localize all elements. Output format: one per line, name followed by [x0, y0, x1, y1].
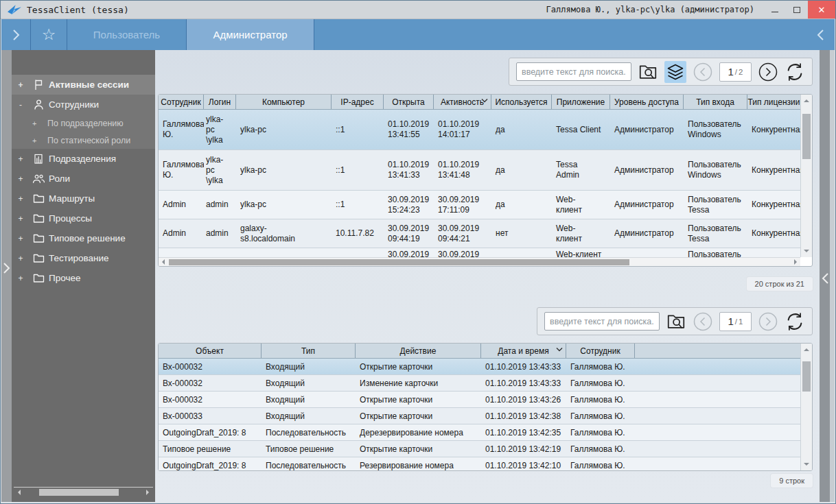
refresh-button[interactable]	[785, 311, 805, 332]
sidebar-item-processes[interactable]: +Процессы	[12, 208, 155, 228]
table-cell: galaxy- s8.localdomain	[236, 219, 332, 248]
prev-page-button[interactable]	[693, 311, 713, 332]
tab-administrator[interactable]: Администратор	[187, 19, 314, 50]
column-header[interactable]: Тип лицензии	[747, 95, 800, 109]
column-header[interactable]: Тип входа	[684, 95, 747, 109]
sidebar-item-active-sessions[interactable]: +Активные сессии	[12, 75, 155, 95]
scrollbar-thumb[interactable]	[169, 259, 629, 265]
minimize-button[interactable]	[764, 1, 786, 19]
prev-page-button[interactable]	[693, 62, 713, 82]
table-cell: 10.11.7.82	[332, 219, 384, 248]
table-row[interactable]: Галлямова Ю.ylka- pc \ylkaylka-pc::101.1…	[159, 110, 800, 150]
sidebar-item-departments[interactable]: +Подразделения	[12, 149, 155, 169]
sessions-search-input[interactable]	[516, 62, 631, 81]
column-header[interactable]: IP-адрес	[332, 95, 384, 109]
table-cell: 30.09.2019 17:11:09	[434, 191, 491, 219]
maximize-icon	[793, 7, 800, 13]
scroll-right-icon[interactable]	[142, 490, 153, 495]
next-page-button[interactable]	[758, 62, 778, 82]
sidebar-horizontal-scrollbar[interactable]	[14, 487, 153, 496]
table-row[interactable]: Галлямова Ю.ylka- pc \ylkaylka-pc::101.1…	[159, 150, 800, 191]
title-bar: TessaClient (tessa) Галлямова Ю., ylka-p…	[1, 1, 835, 19]
column-header[interactable]: Компьютер	[236, 95, 332, 109]
scrollbar-thumb[interactable]	[802, 361, 811, 392]
close-button[interactable]: ✕	[808, 1, 835, 19]
expander-icon[interactable]: +	[32, 119, 47, 128]
scrollbar-thumb[interactable]	[802, 114, 811, 159]
expander-icon[interactable]: -	[12, 100, 30, 110]
table-row[interactable]: Adminadminylka-pc::130.09.2019 15:24:233…	[159, 191, 800, 219]
table-cell: ::1	[332, 191, 384, 219]
scroll-left-icon[interactable]	[159, 259, 168, 265]
sidebar-item-roles[interactable]: +Роли	[12, 169, 155, 189]
scroll-up-icon[interactable]	[801, 345, 812, 355]
scrollbar-thumb[interactable]	[39, 489, 119, 496]
table-row[interactable]: OutgoingDraft_2019: 8ПоследовательностьР…	[159, 457, 800, 470]
table-row[interactable]: Вх-000032ВходящийИзменение карточки01.10…	[159, 375, 800, 392]
column-header[interactable]: Сотрудник	[566, 344, 635, 358]
table-row[interactable]: OutgoingDraft_2019: 8ПоследовательностьД…	[159, 424, 800, 441]
nav-expand-button[interactable]	[1, 19, 31, 50]
table-cell: Галлямова Ю.	[566, 392, 635, 407]
tessa-logo-icon	[8, 3, 21, 16]
column-header[interactable]	[635, 344, 800, 358]
sessions-vertical-scrollbar[interactable]	[800, 95, 812, 257]
maximize-button[interactable]	[786, 1, 808, 19]
scroll-down-icon[interactable]	[801, 459, 812, 469]
sidebar-item-employees[interactable]: -Сотрудники	[12, 95, 155, 115]
table-row[interactable]: Adminadmingalaxy- s8.localdomain10.11.7.…	[159, 219, 800, 248]
table-cell: Изменение карточки	[356, 375, 481, 391]
column-header[interactable]: Уровень доступа	[610, 95, 684, 109]
scroll-down-icon[interactable]	[801, 246, 812, 256]
expander-icon[interactable]: +	[12, 214, 30, 224]
next-page-button[interactable]	[758, 311, 778, 332]
column-header[interactable]: Тип	[262, 344, 356, 358]
sidebar-item-by-static-role[interactable]: +По статической роли	[12, 132, 155, 149]
table-row[interactable]: Вх-000032ВходящийОткрытие карточки01.10.…	[159, 392, 800, 408]
sidebar-item-standard-solution[interactable]: +Типовое решение	[12, 228, 155, 248]
table-cell	[747, 248, 800, 257]
table-cell: 01.10.2019 13:43:26	[481, 392, 566, 407]
search-in-folder-button[interactable]	[666, 311, 686, 332]
sidebar-item-routes[interactable]: +Маршруты	[12, 189, 155, 208]
expander-icon[interactable]: +	[12, 254, 30, 263]
sidebar-item-testing[interactable]: +Тестирование	[12, 248, 155, 268]
scroll-right-icon[interactable]	[791, 259, 800, 265]
column-header[interactable]: Объект	[159, 344, 262, 358]
column-header[interactable]: Приложение	[552, 95, 610, 109]
expander-icon[interactable]: +	[32, 136, 47, 145]
table-row[interactable]: 30.09.201930.09.2019Web-клиентПользовате…	[159, 248, 800, 257]
left-edge-strip	[1, 50, 12, 502]
scroll-left-icon[interactable]	[14, 490, 25, 495]
column-header[interactable]: Используется	[491, 95, 552, 109]
refresh-button[interactable]	[785, 62, 805, 82]
expander-icon[interactable]: +	[12, 234, 30, 243]
scroll-up-icon[interactable]	[801, 96, 812, 106]
expander-icon[interactable]: +	[12, 274, 30, 283]
panel-collapse-right-button[interactable]	[807, 19, 835, 50]
table-cell: Пользователь	[684, 248, 747, 257]
column-header[interactable]: Действие	[356, 344, 481, 358]
actions-search-input[interactable]	[544, 312, 660, 331]
column-header[interactable]: Логин	[204, 95, 236, 109]
actions-table: ОбъектТипДействиеДата и времяСотрудник В…	[158, 343, 813, 471]
sessions-horizontal-scrollbar[interactable]	[159, 257, 800, 266]
expander-icon[interactable]: +	[12, 80, 30, 90]
layers-view-button[interactable]	[664, 61, 686, 83]
table-row[interactable]: Вх-000032ВходящийОткрытие карточки01.10.…	[159, 359, 800, 375]
tab-user[interactable]: Пользователь	[67, 19, 187, 50]
column-header[interactable]: Сотрудник	[159, 95, 204, 109]
column-header[interactable]: Дата и время	[481, 344, 566, 358]
actions-vertical-scrollbar[interactable]	[800, 344, 812, 470]
column-header[interactable]: Активность	[434, 95, 491, 109]
column-header[interactable]: Открыта	[384, 95, 434, 109]
expander-icon[interactable]: +	[12, 174, 30, 184]
table-row[interactable]: Вх-000033ВходящийОткрытие карточки01.10.…	[159, 408, 800, 424]
sidebar-item-other[interactable]: +Прочее	[12, 268, 155, 288]
expander-icon[interactable]: +	[12, 154, 30, 164]
favorites-button[interactable]: ☆	[31, 19, 67, 50]
table-row[interactable]: Типовое решениеТиповое решениеОткрытие к…	[159, 441, 800, 457]
search-in-folder-button[interactable]	[638, 62, 658, 82]
sidebar-item-by-department[interactable]: +По подразделению	[12, 115, 155, 132]
expander-icon[interactable]: +	[12, 194, 30, 204]
